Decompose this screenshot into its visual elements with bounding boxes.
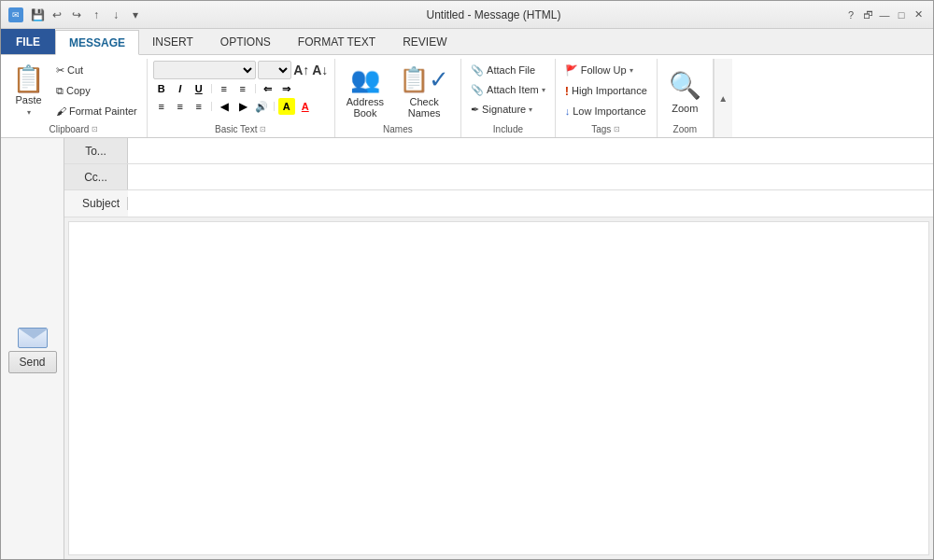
follow-up-button[interactable]: 🚩 Follow Up ▾ [561,61,637,79]
clipboard-small-buttons: ✂ Cut ⧉ Copy 🖌 Format Painter [52,61,141,120]
to-button[interactable]: To... [64,138,128,163]
attach-file-button[interactable]: 📎 Attach File [467,61,539,79]
zoom-button[interactable]: 🔍 Zoom [663,61,707,122]
numbering-button[interactable]: ≡ [234,80,251,97]
basic-text-expand-icon[interactable]: ⊡ [260,125,266,133]
down-quick-btn[interactable]: ↓ [107,7,124,23]
signature-button[interactable]: ✒ Signature ▾ [467,100,536,119]
subject-input[interactable] [128,190,933,217]
shrink-font-button[interactable]: A↓ [312,62,329,78]
sound-button[interactable]: 🔊 [253,98,270,115]
maximize-btn[interactable]: □ [894,7,909,22]
compose-right: To... Cc... Subject [64,138,933,559]
compose-main: Send To... Cc... Subject [1,138,933,559]
font-family-select[interactable] [153,61,256,79]
bold-button[interactable]: B [153,80,170,97]
ribbon-scroll-up[interactable]: ▲ [714,59,732,137]
compose-body [68,221,929,555]
tab-review[interactable]: REVIEW [389,29,460,54]
close-btn[interactable]: ✕ [911,7,926,22]
check-names-button[interactable]: 📋✓ CheckNames [393,61,455,122]
app-icon: ✉ [8,7,23,22]
envelope-visual [18,328,48,348]
paste-icon: 📋 [12,66,45,92]
clipboard-expand-icon[interactable]: ⊡ [92,125,98,133]
increase-indent-button[interactable]: ⇒ [278,80,295,97]
grow-font-button[interactable]: A↑ [293,62,310,78]
ribbon-group-tags: 🚩 Follow Up ▾ ! High Importance ↓ Low Im… [556,59,658,137]
basic-text-label: Basic Text ⊡ [151,122,331,137]
tab-format-text[interactable]: FORMAT TEXT [285,29,389,54]
high-importance-label: High Importance [572,85,647,96]
address-book-button[interactable]: 👥 AddressBook [341,61,389,122]
attach-item-button[interactable]: 📎 Attach Item ▾ [467,80,549,99]
ribbon-group-basic-text: A↑ A↓ B I U ≡ ≡ ⇐ ⇒ [148,59,335,137]
cut-button[interactable]: ✂ Cut [52,61,141,79]
restore-btn[interactable]: 🗗 [860,7,875,22]
tab-message[interactable]: MESSAGE [55,30,139,55]
follow-up-icon: 🚩 [565,64,578,77]
save-quick-btn[interactable]: 💾 [29,7,46,23]
underline-button[interactable]: U [191,80,207,97]
next-button[interactable]: ▶ [234,98,251,115]
zoom-icon: 🔍 [669,70,701,101]
high-importance-button[interactable]: ! High Importance [561,81,651,100]
tab-insert[interactable]: INSERT [139,29,207,54]
zoom-label: Zoom [661,122,709,137]
title-bar: ✉ 💾 ↩ ↪ ↑ ↓ ▾ Untitled - Message (HTML) … [1,1,933,29]
names-content: 👥 AddressBook 📋✓ CheckNames [339,59,457,122]
separator-3 [211,102,212,111]
low-importance-button[interactable]: ↓ Low Importance [561,102,650,120]
send-section: Send [1,138,64,559]
signature-icon: ✒ [471,104,479,116]
attach-file-label: Attach File [487,64,535,76]
more-quick-btn[interactable]: ▾ [127,7,144,23]
include-label: Include [465,122,551,137]
ribbon-group-clipboard: 📋 Paste ▾ ✂ Cut ⧉ Copy [1,59,148,137]
outlook-window: ✉ 💾 ↩ ↪ ↑ ↓ ▾ Untitled - Message (HTML) … [0,0,934,560]
tab-file[interactable]: FILE [1,29,55,54]
copy-label: Copy [66,85,91,96]
prev-button[interactable]: ◀ [216,98,233,115]
minimize-btn[interactable]: — [877,7,892,22]
align-left-button[interactable]: ≡ [153,98,170,115]
help-btn[interactable]: ? [843,7,858,22]
italic-button[interactable]: I [172,80,189,97]
low-importance-icon: ↓ [565,105,571,117]
up-quick-btn[interactable]: ↑ [88,7,105,23]
format-painter-button[interactable]: 🖌 Format Painter [52,102,141,120]
cc-input[interactable] [128,164,933,189]
align-right-button[interactable]: ≡ [191,98,207,115]
highlight-button[interactable]: A [278,98,295,115]
copy-icon: ⧉ [56,85,64,97]
bullets-button[interactable]: ≡ [216,80,233,97]
undo-quick-btn[interactable]: ↩ [49,7,65,23]
font-size-select[interactable] [258,61,291,79]
cc-button[interactable]: Cc... [64,164,128,189]
decrease-indent-button[interactable]: ⇐ [260,80,276,97]
check-names-label: CheckNames [408,96,441,119]
message-body[interactable] [69,222,928,554]
tags-content: 🚩 Follow Up ▾ ! High Importance ↓ Low Im… [559,59,653,122]
redo-quick-btn[interactable]: ↪ [68,7,85,23]
high-importance-icon: ! [565,84,569,98]
names-label: Names [339,122,457,137]
format-row: B I U ≡ ≡ ⇐ ⇒ [153,80,295,97]
paste-button[interactable]: 📋 Paste ▾ [7,61,50,122]
copy-button[interactable]: ⧉ Copy [52,81,141,100]
check-names-icon: 📋✓ [399,65,449,94]
font-color-button[interactable]: A [297,98,314,115]
send-button[interactable]: Send [8,351,57,373]
paste-section: 📋 Paste ▾ [7,61,50,122]
align-center-button[interactable]: ≡ [172,98,189,115]
zoom-content: 🔍 Zoom [661,59,709,122]
tags-expand-icon[interactable]: ⊡ [614,125,620,133]
to-input[interactable] [128,138,933,163]
format-painter-label: Format Painter [69,105,137,117]
tab-options[interactable]: OPTIONS [207,29,285,54]
subject-label: Subject [64,197,128,210]
font-row: A↑ A↓ [153,61,329,79]
include-content: 📎 Attach File 📎 Attach Item ▾ ✒ Signatur… [465,59,551,122]
signature-label: Signature [482,104,526,115]
ribbon-group-zoom: 🔍 Zoom Zoom [658,59,714,137]
